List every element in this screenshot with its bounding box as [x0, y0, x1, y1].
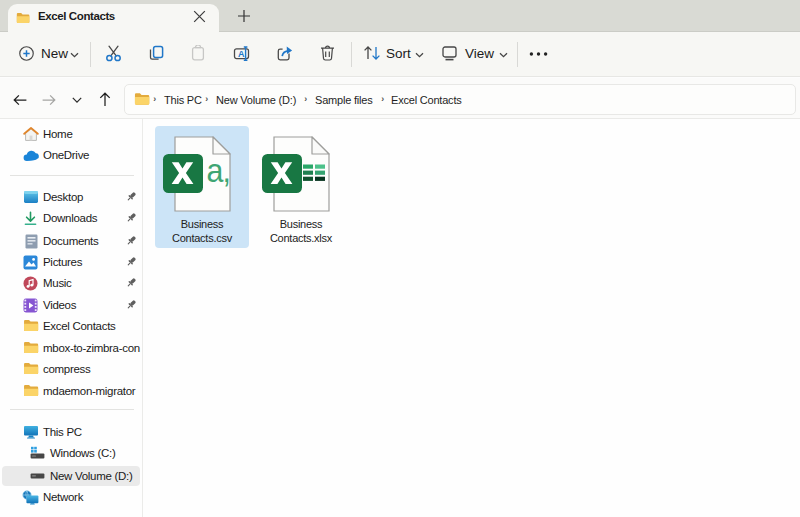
- svg-text:a,: a,: [206, 152, 229, 189]
- svg-text:A: A: [238, 49, 245, 59]
